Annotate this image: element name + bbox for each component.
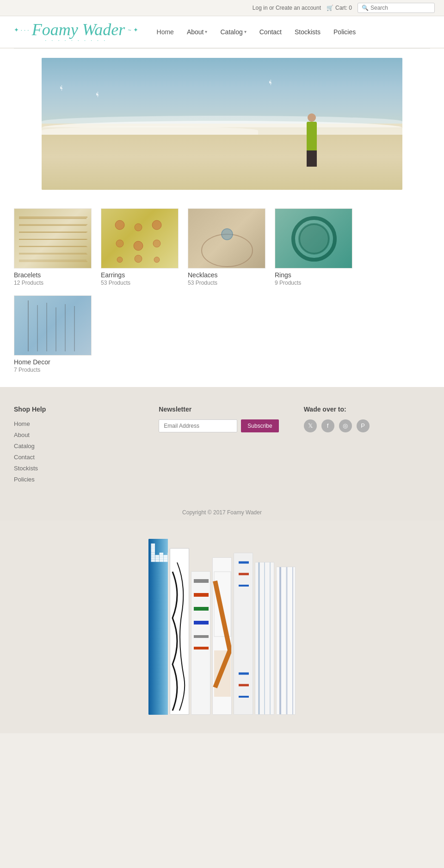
cart-count: Cart: 0 xyxy=(335,5,352,11)
sailboat-3 xyxy=(269,79,272,85)
sailboat-2 xyxy=(96,91,99,97)
rings-image xyxy=(275,208,352,269)
products-grid: Bracelets 12 Products Earrings 53 Produc xyxy=(14,208,430,373)
svg-point-17 xyxy=(222,229,233,240)
home-decor-svg xyxy=(14,296,92,356)
footer-grid: Shop Help Home About Catalog Contact Sto… xyxy=(14,406,430,486)
nav-policies[interactable]: Policies xyxy=(333,28,356,36)
bracelets-svg xyxy=(14,209,92,269)
create-account-link[interactable]: Create an account xyxy=(276,5,321,11)
header: ✦ · · · Foamy Wader ~ ✦ · · · · · · · · … xyxy=(0,16,444,48)
instagram-icon[interactable]: ◎ xyxy=(339,419,352,432)
book-2-design xyxy=(170,549,189,715)
wave-layer-3 xyxy=(42,126,258,135)
svg-point-13 xyxy=(117,257,123,262)
facebook-icon[interactable]: f xyxy=(321,419,334,432)
book-6-design xyxy=(255,562,274,715)
svg-point-14 xyxy=(135,255,142,262)
search-box[interactable]: 🔍 xyxy=(358,3,435,13)
category-earrings[interactable]: Earrings 53 Products xyxy=(101,208,179,286)
chevron-down-icon: ▾ xyxy=(205,29,207,34)
footer-link-home[interactable]: Home xyxy=(14,420,30,427)
nav-home[interactable]: Home xyxy=(157,28,174,36)
footer-link-stockists[interactable]: Stockists xyxy=(14,465,38,472)
earrings-svg xyxy=(101,209,179,269)
shop-help-links: Home About Catalog Contact Stockists Pol… xyxy=(14,419,140,483)
rings-svg xyxy=(275,209,352,269)
book-4-design xyxy=(213,558,232,715)
cart-icon: 🛒 xyxy=(327,5,333,11)
subscribe-button[interactable]: Subscribe xyxy=(241,419,278,432)
svg-point-10 xyxy=(116,240,123,247)
footer-link-catalog[interactable]: Catalog xyxy=(14,443,35,450)
search-input[interactable] xyxy=(370,5,431,11)
search-icon: 🔍 xyxy=(362,5,369,11)
footer-link-policies[interactable]: Policies xyxy=(14,476,35,483)
book-display: ██████████████████████ xyxy=(148,539,296,715)
category-home-decor[interactable]: Home Decor 7 Products xyxy=(14,295,92,373)
footer-link-contact[interactable]: Contact xyxy=(14,454,35,461)
footer: Shop Help Home About Catalog Contact Sto… xyxy=(0,387,444,500)
home-decor-image xyxy=(14,295,92,356)
top-bar: Log in or Create an account 🛒 Cart: 0 🔍 xyxy=(0,0,444,16)
necklaces-image xyxy=(188,208,265,269)
hero-image xyxy=(42,58,402,190)
figure-body xyxy=(307,122,317,152)
logo-text: Foamy Wader xyxy=(32,21,125,39)
social-col: Wade over to: 𝕏 f ◎ P xyxy=(304,406,430,486)
social-title: Wade over to: xyxy=(304,406,430,413)
newsletter-form: Subscribe xyxy=(159,419,285,432)
category-necklaces[interactable]: Necklaces 53 Products xyxy=(188,208,265,286)
twitter-icon[interactable]: 𝕏 xyxy=(304,419,317,432)
main-nav: Home About ▾ Catalog ▾ Contact Stockists… xyxy=(157,28,356,36)
book-3-design xyxy=(191,572,210,715)
svg-point-8 xyxy=(135,224,142,231)
svg-rect-33 xyxy=(214,650,231,697)
auth-links: Log in or Create an account xyxy=(253,5,321,11)
login-link[interactable]: Log in xyxy=(253,5,268,11)
svg-point-19 xyxy=(299,224,329,254)
social-icons: 𝕏 f ◎ P xyxy=(304,419,430,432)
nav-about[interactable]: About ▾ xyxy=(187,28,208,36)
book-1: ██████████████████████ xyxy=(148,539,168,715)
wave-layer-2 xyxy=(42,116,402,127)
bracelets-image xyxy=(14,208,92,269)
book-6 xyxy=(255,562,274,715)
earrings-name: Earrings xyxy=(101,271,179,279)
svg-point-7 xyxy=(115,220,124,230)
bracelets-count: 12 Products xyxy=(14,280,92,286)
email-input[interactable] xyxy=(159,419,237,432)
shop-help-col: Shop Help Home About Catalog Contact Sto… xyxy=(14,406,140,486)
svg-point-12 xyxy=(153,240,160,247)
necklaces-count: 53 Products xyxy=(188,280,265,286)
products-section: Bracelets 12 Products Earrings 53 Produc xyxy=(0,199,444,387)
cart-info[interactable]: 🛒 Cart: 0 xyxy=(327,5,352,11)
svg-point-11 xyxy=(134,241,143,250)
book-5-design xyxy=(234,553,253,715)
walking-figure xyxy=(302,112,323,163)
logo[interactable]: ✦ · · · Foamy Wader ~ ✦ · · · · · · · · … xyxy=(14,21,138,43)
copyright-text: Copyright © 2017 Foamy Wader xyxy=(182,509,262,516)
rings-count: 9 Products xyxy=(275,280,352,286)
footer-link-about[interactable]: About xyxy=(14,431,30,438)
category-rings[interactable]: Rings 9 Products xyxy=(275,208,352,286)
necklaces-name: Necklaces xyxy=(188,271,265,279)
book-7 xyxy=(276,567,296,715)
svg-point-9 xyxy=(152,220,161,230)
nav-stockists[interactable]: Stockists xyxy=(295,28,321,36)
nav-catalog[interactable]: Catalog ▾ xyxy=(220,28,246,36)
earrings-image xyxy=(101,208,179,269)
book-5 xyxy=(234,553,253,715)
figure-head xyxy=(308,113,316,122)
chevron-down-icon: ▾ xyxy=(244,29,247,34)
pinterest-icon[interactable]: P xyxy=(357,419,370,432)
shop-help-title: Shop Help xyxy=(14,406,140,413)
book-4 xyxy=(212,557,232,715)
book-2 xyxy=(170,548,189,715)
book-7-design xyxy=(277,567,296,715)
figure-legs xyxy=(307,150,317,167)
nav-contact[interactable]: Contact xyxy=(259,28,282,36)
home-decor-name: Home Decor xyxy=(14,358,92,366)
necklaces-svg xyxy=(188,209,265,269)
category-bracelets[interactable]: Bracelets 12 Products xyxy=(14,208,92,286)
